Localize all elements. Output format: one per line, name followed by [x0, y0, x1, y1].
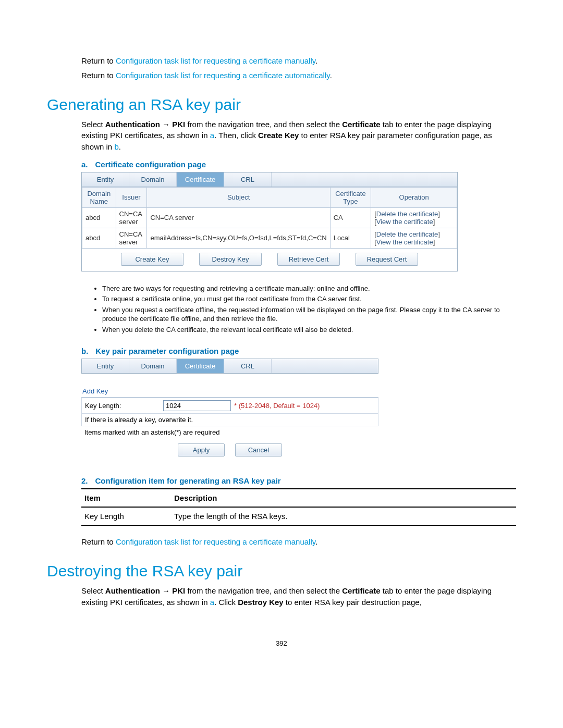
- add-key-heading: Add Key: [81, 374, 378, 398]
- section-destroying-title: Destroying the RSA key pair: [47, 562, 516, 580]
- link-manual[interactable]: Configuration task list for requesting a…: [116, 56, 315, 65]
- ref-a-2[interactable]: a: [210, 598, 214, 607]
- certificate-table: Domain Name Issuer Subject Certificate T…: [82, 187, 457, 249]
- cert-button-row: Create Key Destroy Key Retrieve Cert Req…: [82, 249, 457, 271]
- figure-b-caption: b.Key pair parameter configuration page: [81, 347, 516, 355]
- figure-2-caption: 2.Configuration item for generating an R…: [81, 476, 516, 485]
- return-prefix-2: Return to: [81, 71, 116, 80]
- key-length-input[interactable]: [163, 400, 231, 411]
- tab-bar-b: Entity Domain Certificate CRL: [82, 359, 378, 374]
- table-row: abcd CN=CA server emailAddress=fs,CN=syy…: [82, 228, 457, 248]
- overwrite-row: If there is already a key, overwrite it.: [81, 414, 378, 426]
- key-length-row: Key Length: * (512-2048, Default = 1024): [81, 398, 378, 414]
- return-prefix: Return to: [81, 56, 116, 65]
- tab-certificate[interactable]: Certificate: [177, 172, 224, 187]
- tab-entity[interactable]: Entity: [82, 359, 129, 373]
- figure-a-caption: a.Certificate configuration page: [81, 160, 516, 169]
- delete-cert-link[interactable]: Delete the certificate: [376, 230, 438, 238]
- ref-b[interactable]: b: [114, 142, 118, 151]
- apply-button[interactable]: Apply: [178, 443, 225, 456]
- tab-entity[interactable]: Entity: [82, 172, 129, 187]
- destroy-key-button[interactable]: Destroy Key: [199, 253, 262, 266]
- retrieve-cert-button[interactable]: Retrieve Cert: [277, 253, 340, 266]
- delete-cert-link[interactable]: Delete the certificate: [376, 210, 438, 218]
- table-row: Key Length Type the length of the RSA ke…: [81, 507, 516, 525]
- table-row: abcd CN=CA server CN=CA server CA [Delet…: [82, 207, 457, 228]
- cancel-button[interactable]: Cancel: [235, 443, 282, 456]
- return-manual-2: Return to Configuration task list for re…: [81, 536, 516, 548]
- list-item: To request a certificate online, you mus…: [102, 294, 516, 304]
- tab-crl[interactable]: CRL: [224, 172, 272, 187]
- section1-para: Select Authentication → PKI from the nav…: [81, 119, 516, 153]
- tab-certificate[interactable]: Certificate: [177, 359, 224, 373]
- config-item-table: Item Description Key Length Type the len…: [81, 488, 516, 526]
- th-cert-type: Certificate Type: [330, 187, 371, 207]
- tab-crl[interactable]: CRL: [224, 359, 272, 373]
- th-issuer: Issuer: [116, 187, 147, 207]
- key-button-row: Apply Cancel: [81, 438, 378, 462]
- th-item: Item: [81, 489, 171, 507]
- list-item: There are two ways for requesting and re…: [102, 284, 516, 293]
- section2-para: Select Authentication → PKI from the nav…: [81, 585, 516, 608]
- tab-bar-a: Entity Domain Certificate CRL: [82, 172, 457, 187]
- list-item: When you delete the CA certificate, the …: [102, 325, 516, 335]
- section-generating-title: Generating an RSA key pair: [47, 96, 516, 114]
- th-domain-name: Domain Name: [82, 187, 116, 207]
- th-description: Description: [171, 489, 516, 507]
- tab-domain[interactable]: Domain: [129, 359, 177, 373]
- link-auto[interactable]: Configuration task list for requesting a…: [116, 71, 330, 80]
- ref-a[interactable]: a: [210, 131, 214, 140]
- view-cert-link[interactable]: View the certificate: [376, 218, 433, 226]
- key-length-label: Key Length:: [85, 402, 163, 410]
- tab-domain[interactable]: Domain: [129, 172, 177, 187]
- link-manual-2[interactable]: Configuration task list for requesting a…: [116, 537, 315, 546]
- return-auto-line: Return to Configuration task list for re…: [81, 70, 516, 81]
- request-cert-button[interactable]: Request Cert: [356, 253, 418, 266]
- return-manual-line: Return to Configuration task list for re…: [81, 55, 516, 67]
- view-cert-link[interactable]: View the certificate: [376, 238, 433, 246]
- list-item: When you request a certificate offline, …: [102, 305, 516, 324]
- create-key-button[interactable]: Create Key: [121, 253, 183, 266]
- page-number: 392: [47, 639, 516, 647]
- th-operation: Operation: [371, 187, 457, 207]
- key-pair-screenshot: Entity Domain Certificate CRL Add Key Ke…: [81, 359, 378, 462]
- notes-list: There are two ways for requesting and re…: [102, 284, 516, 335]
- asterisk-note: Items marked with an asterisk(*) are req…: [81, 426, 378, 438]
- certificate-config-screenshot: Entity Domain Certificate CRL Domain Nam…: [81, 172, 458, 272]
- th-subject: Subject: [147, 187, 330, 207]
- key-length-hint: * (512-2048, Default = 1024): [234, 402, 320, 410]
